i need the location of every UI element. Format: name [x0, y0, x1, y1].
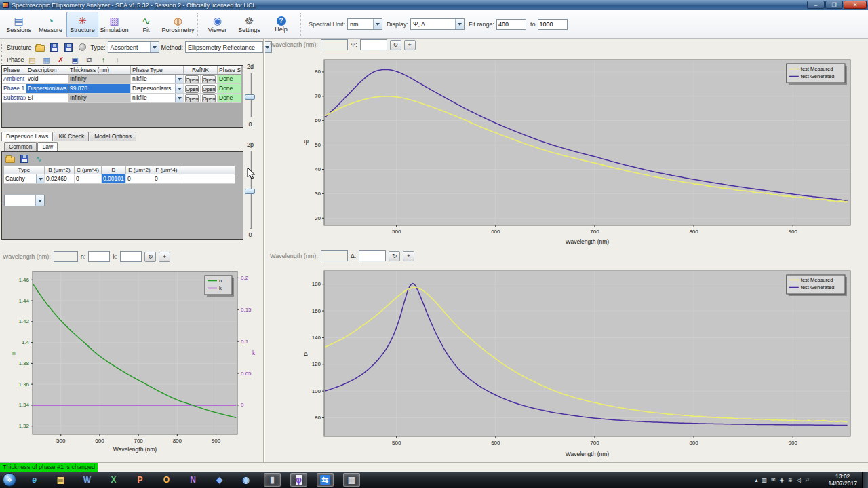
refresh-cursor-button[interactable]: ↻ — [144, 252, 156, 262]
thickness-cell[interactable]: Infinity — [68, 75, 131, 84]
minimize-button[interactable]: – — [807, 1, 825, 9]
taskbar-gray-app[interactable]: ▦ — [343, 473, 360, 487]
fit-range-from-input[interactable] — [496, 19, 526, 30]
add-marker-button[interactable]: + — [403, 251, 414, 261]
refresh-cursor-button[interactable]: ↻ — [389, 251, 400, 261]
fit-range-to-input[interactable] — [538, 19, 568, 30]
display-dropdown[interactable]: Ψ, Δ — [410, 18, 465, 30]
save-as-structure-button[interactable] — [62, 42, 75, 53]
taskbar-internet-explorer[interactable]: e — [26, 473, 43, 487]
save-law-button[interactable] — [18, 153, 31, 164]
add-marker-button[interactable]: + — [404, 40, 416, 50]
open-ref-button[interactable]: Open — [185, 94, 199, 102]
psi-value-input[interactable] — [360, 39, 387, 50]
copy-phase-button[interactable]: ⧉ — [83, 54, 96, 65]
tab-kk-check[interactable]: KK Check — [54, 132, 89, 141]
taskbar-app-blue[interactable]: ◆ — [211, 473, 228, 487]
thickness-cell[interactable]: Infinity — [68, 94, 131, 103]
phase-cell[interactable]: Ambient — [2, 75, 26, 84]
taskbar-console[interactable]: ▮ — [264, 473, 281, 487]
open-law-button[interactable] — [4, 153, 16, 164]
close-button[interactable]: ✕ — [844, 1, 867, 9]
phase-type-dropdown[interactable]: nikfile — [131, 94, 184, 103]
toolbar-button-settings[interactable]: ☸ Settings — [233, 12, 265, 37]
show-desktop-button[interactable] — [862, 472, 868, 488]
toolbar-button-measure[interactable]: ◔ Measure — [35, 12, 66, 37]
taskbar-outlook[interactable]: O — [158, 473, 175, 487]
description-cell[interactable]: void — [26, 75, 68, 84]
delete-phase-button[interactable]: ✗ — [55, 54, 67, 65]
thickness-cell[interactable]: 99.878 — [68, 84, 131, 94]
taskbar-onenote[interactable]: N — [184, 473, 201, 487]
save-structure-button[interactable] — [48, 42, 60, 53]
save-phase-button[interactable]: ▣ — [69, 54, 81, 65]
mail-icon[interactable]: ✉ — [771, 477, 776, 483]
taskbar-file-explorer[interactable]: ▤ — [52, 473, 69, 487]
psi-wavelength-input[interactable] — [321, 39, 348, 50]
toolbar-button-help[interactable]: ? Help — [265, 12, 297, 37]
open-nk-button[interactable]: Open — [202, 94, 216, 102]
method-dropdown[interactable]: Ellipsometry Reflectance — [185, 41, 272, 53]
taskbar-word[interactable]: W — [79, 473, 96, 487]
phase-cell[interactable]: Phase 1 — [2, 84, 26, 94]
description-cell[interactable]: Si — [26, 94, 68, 103]
spectral-unit-dropdown[interactable]: nm — [347, 18, 382, 30]
taskbar-powerpoint[interactable]: P — [132, 473, 149, 487]
new-phase-button[interactable]: ▤ — [26, 54, 39, 65]
toolbar-button-structure[interactable]: ✳ Structure — [66, 12, 98, 37]
slider-thumb[interactable] — [245, 189, 255, 194]
delta-value-input[interactable] — [359, 250, 386, 261]
hidden-icons-chevron[interactable]: ▴ — [755, 477, 758, 483]
tab-dispersion-laws[interactable]: Dispersion Laws — [1, 132, 53, 141]
toolbar-grip[interactable] — [1, 43, 3, 52]
insert-phase-button[interactable]: ▦ — [41, 54, 53, 65]
nk-wavelength-input[interactable] — [54, 251, 78, 262]
add-marker-button[interactable]: + — [159, 252, 170, 262]
delta-wavelength-input[interactable] — [321, 250, 348, 261]
slider-thumb[interactable] — [245, 94, 255, 100]
refresh-cursor-button[interactable]: ↻ — [390, 40, 401, 50]
law-b-cell[interactable]: 0.02469 — [45, 174, 75, 184]
toolbar-grip[interactable] — [1, 55, 3, 64]
subtab-common[interactable]: Common — [4, 142, 37, 151]
k-value-input[interactable] — [120, 251, 142, 262]
action-center-flag-icon[interactable]: ⚐ — [805, 477, 810, 483]
law-c-cell[interactable]: 0 — [75, 174, 102, 184]
taskbar-excel[interactable]: X — [105, 473, 122, 487]
open-ref-button[interactable]: Open — [185, 85, 199, 93]
open-ref-button[interactable]: Open — [185, 75, 199, 83]
structure-options-button[interactable] — [77, 42, 89, 53]
toolbar-button-simulation[interactable]: ▧ Simulation — [98, 12, 130, 37]
law-e-cell[interactable]: 0 — [126, 174, 153, 184]
toolbar-button-porosimetry[interactable]: ◍ Porosimetry — [162, 12, 194, 37]
law-type-dropdown[interactable]: Cauchy — [4, 174, 45, 184]
n-value-input[interactable] — [88, 251, 110, 262]
taskbar-clock[interactable]: 13:02 14/07/2017 — [828, 473, 857, 487]
law-f-cell[interactable]: 0 — [153, 174, 180, 184]
new-law-dropdown[interactable] — [4, 195, 45, 206]
law-d-cell[interactable]: 0.00101 — [102, 174, 126, 184]
tab-model-options[interactable]: Model Options — [90, 132, 136, 141]
tray-icon[interactable]: ▥ — [762, 477, 768, 483]
taskbar-sea-app[interactable]: φ — [290, 473, 307, 487]
taskbar-teamviewer[interactable]: ⇆ — [317, 473, 334, 487]
maximize-button[interactable]: ❐ — [825, 1, 843, 9]
toolbar-button-sessions[interactable]: ▤ Sessions — [3, 12, 35, 37]
volume-icon[interactable]: ◁ — [797, 477, 801, 483]
description-cell[interactable]: Dispersionlaws — [26, 84, 68, 94]
panel-splitter[interactable] — [263, 39, 265, 462]
subtab-law[interactable]: Law — [37, 142, 58, 151]
start-button[interactable]: ❖ — [3, 473, 16, 487]
move-phase-down-button[interactable]: ↓ — [112, 54, 124, 65]
tray-icon[interactable]: ◈ — [780, 477, 784, 483]
phase-type-dropdown[interactable]: Dispersionlaws — [131, 84, 184, 94]
open-nk-button[interactable]: Open — [202, 75, 216, 83]
taskbar-chrome[interactable]: ◉ — [237, 473, 254, 487]
move-phase-up-button[interactable]: ↑ — [98, 54, 110, 65]
phase-type-dropdown[interactable]: nikfile — [131, 75, 184, 84]
open-nk-button[interactable]: Open — [202, 85, 216, 93]
toolbar-button-viewer[interactable]: ◉ Viewer — [201, 12, 233, 37]
toolbar-button-fit[interactable]: ∿ Fit — [130, 12, 162, 37]
structure-type-dropdown[interactable]: Absorbent — [108, 41, 159, 53]
open-structure-button[interactable] — [34, 42, 46, 53]
